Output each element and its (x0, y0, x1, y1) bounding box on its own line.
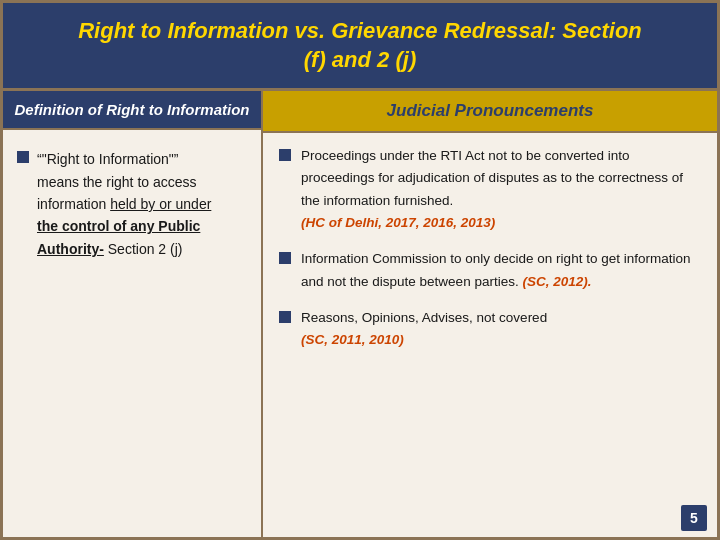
right-bullet-icon-1 (279, 149, 291, 161)
right-item-3-citation: (SC, 2011, 2010) (301, 332, 404, 347)
left-header: Definition of Right to Information (3, 91, 261, 130)
bullet-icon (17, 151, 29, 163)
slide-number: 5 (681, 505, 707, 531)
right-header: Judicial Pronouncements (263, 91, 717, 133)
right-body: Proceedings under the RTI Act not to be … (263, 133, 717, 505)
right-text-block-1: Proceedings under the RTI Act not to be … (301, 145, 701, 234)
left-text: “"Right to Information"” means the right… (37, 148, 247, 260)
right-bullet-icon-2 (279, 252, 291, 264)
right-footer: 5 (263, 505, 717, 537)
slide: Right to Information vs. Grievance Redre… (0, 0, 720, 540)
title-line1: Right to Information vs. Grievance Redre… (78, 18, 642, 43)
right-to-info-label: “"Right to Information"” (37, 151, 178, 167)
right-item-1-citation: (HC of Delhi, 2017, 2016, 2013) (301, 215, 495, 230)
left-section: Section 2 (j) (108, 241, 183, 257)
right-item-2: Information Commission to only decide on… (279, 248, 701, 293)
title-bar: Right to Information vs. Grievance Redre… (3, 3, 717, 91)
left-underline: held by or under (110, 196, 211, 212)
left-bullet: “"Right to Information"” means the right… (17, 148, 247, 260)
right-text-block-3: Reasons, Opinions, Advises, not covered … (301, 307, 701, 352)
left-panel: Definition of Right to Information “"Rig… (3, 91, 263, 537)
right-item-2-text: Information Commission to only decide on… (301, 251, 690, 288)
left-body: “"Right to Information"” means the right… (3, 130, 261, 537)
right-panel: Judicial Pronouncements Proceedings unde… (263, 91, 717, 537)
right-item-1: Proceedings under the RTI Act not to be … (279, 145, 701, 234)
right-item-3-text: Reasons, Opinions, Advises, not covered (301, 310, 547, 325)
right-item-3: Reasons, Opinions, Advises, not covered … (279, 307, 701, 352)
title-line2: (f) and 2 (j) (304, 47, 416, 72)
right-item-1-text: Proceedings under the RTI Act not to be … (301, 148, 683, 208)
right-bullet-icon-3 (279, 311, 291, 323)
content-area: Definition of Right to Information “"Rig… (3, 91, 717, 537)
right-item-2-citation: (SC, 2012). (522, 274, 591, 289)
right-text-block-2: Information Commission to only decide on… (301, 248, 701, 293)
